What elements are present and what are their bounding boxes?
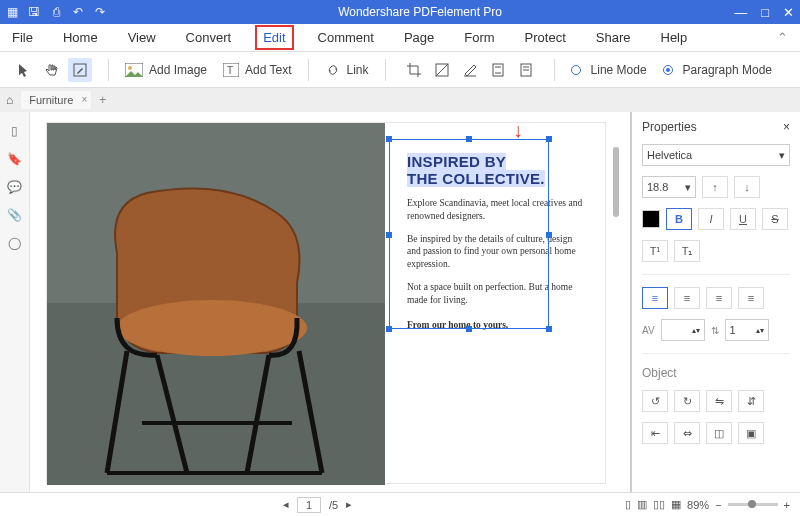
tab-furniture[interactable]: Furniture× bbox=[21, 91, 91, 109]
flip-vertical-button[interactable]: ⇵ bbox=[738, 390, 764, 412]
collapse-ribbon-icon[interactable]: ⌃ bbox=[771, 27, 794, 48]
print-icon[interactable]: ⎙ bbox=[50, 6, 62, 18]
align-right-button[interactable]: ≡ bbox=[706, 287, 732, 309]
rotate-right-button[interactable]: ↻ bbox=[674, 390, 700, 412]
italic-button[interactable]: I bbox=[698, 208, 724, 230]
align-center-button[interactable]: ≡ bbox=[674, 287, 700, 309]
document-canvas[interactable]: ↓ INSPIRED BY THE COLLECTIVE. Explore Sc… bbox=[30, 112, 630, 492]
undo-icon[interactable]: ↶ bbox=[72, 6, 84, 18]
attachments-icon[interactable]: 📎 bbox=[7, 208, 22, 222]
zoom-in-button[interactable]: + bbox=[784, 499, 790, 511]
char-spacing-label: AV bbox=[642, 325, 655, 336]
home-tab-icon[interactable]: ⌂ bbox=[6, 93, 13, 107]
search-panel-icon[interactable]: ◯ bbox=[8, 236, 21, 250]
page-image bbox=[47, 123, 385, 483]
align-left-button[interactable]: ≡ bbox=[642, 287, 668, 309]
flip-horizontal-button[interactable]: ⇋ bbox=[706, 390, 732, 412]
next-page-button[interactable]: ▸ bbox=[346, 498, 352, 511]
maximize-button[interactable]: □ bbox=[761, 5, 769, 20]
thumbnails-icon[interactable]: ▯ bbox=[11, 124, 18, 138]
edit-tool[interactable] bbox=[68, 58, 92, 82]
crop-tool[interactable] bbox=[402, 58, 426, 82]
bates-tool[interactable] bbox=[514, 58, 538, 82]
add-image-button[interactable]: Add Image bbox=[119, 63, 213, 77]
align-obj-center[interactable]: ⇔ bbox=[674, 422, 700, 444]
font-size-select[interactable]: 18.8▾ bbox=[642, 176, 696, 198]
redo-icon[interactable]: ↷ bbox=[94, 6, 106, 18]
minimize-button[interactable]: — bbox=[734, 5, 747, 20]
view-two-page-icon[interactable]: ▯▯ bbox=[653, 498, 665, 511]
menu-view[interactable]: View bbox=[122, 27, 162, 48]
add-text-label: Add Text bbox=[245, 63, 291, 77]
tab-label: Furniture bbox=[29, 94, 73, 106]
align-justify-button[interactable]: ≡ bbox=[738, 287, 764, 309]
menu-help[interactable]: Help bbox=[655, 27, 694, 48]
chevron-down-icon: ▾ bbox=[779, 149, 785, 162]
new-tab-button[interactable]: + bbox=[99, 93, 106, 107]
menu-home[interactable]: Home bbox=[57, 27, 104, 48]
bold-button[interactable]: B bbox=[666, 208, 692, 230]
decrease-size-button[interactable]: ↓ bbox=[734, 176, 760, 198]
menu-convert[interactable]: Convert bbox=[180, 27, 238, 48]
font-value: Helvetica bbox=[647, 149, 692, 161]
watermark-tool[interactable] bbox=[430, 58, 454, 82]
save-icon[interactable]: 🖫 bbox=[28, 6, 40, 18]
menu-page[interactable]: Page bbox=[398, 27, 440, 48]
menu-share[interactable]: Share bbox=[590, 27, 637, 48]
menu-file[interactable]: File bbox=[6, 27, 39, 48]
font-size-value: 18.8 bbox=[647, 181, 668, 193]
chevron-down-icon: ▾ bbox=[685, 181, 691, 194]
strike-button[interactable]: S bbox=[762, 208, 788, 230]
subscript-button[interactable]: T₁ bbox=[674, 240, 700, 262]
char-spacing-input[interactable]: ▴▾ bbox=[661, 319, 705, 341]
chair-illustration bbox=[47, 123, 385, 485]
zoom-value: 89% bbox=[687, 499, 709, 511]
tab-close-icon[interactable]: × bbox=[81, 94, 87, 105]
object-section-title: Object bbox=[642, 366, 790, 380]
add-image-label: Add Image bbox=[149, 63, 207, 77]
replace-image-button[interactable]: ▣ bbox=[738, 422, 764, 444]
view-grid-icon[interactable]: ▦ bbox=[671, 498, 681, 511]
close-button[interactable]: ✕ bbox=[783, 5, 794, 20]
rotate-left-button[interactable]: ↺ bbox=[642, 390, 668, 412]
properties-close-icon[interactable]: × bbox=[783, 120, 790, 134]
page-total: /5 bbox=[329, 499, 338, 511]
superscript-button[interactable]: T¹ bbox=[642, 240, 668, 262]
link-button[interactable]: Link bbox=[319, 63, 375, 77]
line-spacing-input[interactable]: 1▴▾ bbox=[725, 319, 769, 341]
crop-object-button[interactable]: ◫ bbox=[706, 422, 732, 444]
scroll-indicator[interactable] bbox=[613, 147, 619, 217]
left-sidebar: ▯ 🔖 💬 📎 ◯ bbox=[0, 112, 30, 492]
underline-button[interactable]: U bbox=[730, 208, 756, 230]
align-obj-left[interactable]: ⇤ bbox=[642, 422, 668, 444]
line-mode-radio[interactable]: Line Mode bbox=[565, 63, 653, 77]
line-mode-label: Line Mode bbox=[591, 63, 647, 77]
page-input[interactable]: 1 bbox=[297, 497, 321, 513]
pdf-page: ↓ INSPIRED BY THE COLLECTIVE. Explore Sc… bbox=[46, 122, 606, 484]
view-single-icon[interactable]: ▯ bbox=[625, 498, 631, 511]
header-footer-tool[interactable] bbox=[486, 58, 510, 82]
title-bar: ▦ 🖫 ⎙ ↶ ↷ Wondershare PDFelement Pro — □… bbox=[0, 0, 800, 24]
menu-comment[interactable]: Comment bbox=[312, 27, 380, 48]
font-select[interactable]: Helvetica▾ bbox=[642, 144, 790, 166]
background-tool[interactable] bbox=[458, 58, 482, 82]
add-text-button[interactable]: T Add Text bbox=[217, 63, 297, 77]
zoom-out-button[interactable]: − bbox=[715, 499, 721, 511]
paragraph-mode-radio[interactable]: Paragraph Mode bbox=[657, 63, 778, 77]
menu-form[interactable]: Form bbox=[458, 27, 500, 48]
hand-tool[interactable] bbox=[40, 58, 64, 82]
selection-box[interactable] bbox=[389, 139, 549, 329]
status-bar: ◂ 1 /5 ▸ ▯ ▥ ▯▯ ▦ 89% − + bbox=[0, 492, 800, 516]
color-swatch[interactable] bbox=[642, 210, 660, 228]
app-title: Wondershare PDFelement Pro bbox=[106, 5, 734, 19]
line-spacing-icon: ⇅ bbox=[711, 325, 719, 336]
zoom-slider[interactable] bbox=[728, 503, 778, 506]
bookmarks-icon[interactable]: 🔖 bbox=[7, 152, 22, 166]
prev-page-button[interactable]: ◂ bbox=[283, 498, 289, 511]
increase-size-button[interactable]: ↑ bbox=[702, 176, 728, 198]
menu-protect[interactable]: Protect bbox=[519, 27, 572, 48]
menu-edit[interactable]: Edit bbox=[255, 25, 293, 50]
view-continuous-icon[interactable]: ▥ bbox=[637, 498, 647, 511]
comments-icon[interactable]: 💬 bbox=[7, 180, 22, 194]
select-tool[interactable] bbox=[12, 58, 36, 82]
